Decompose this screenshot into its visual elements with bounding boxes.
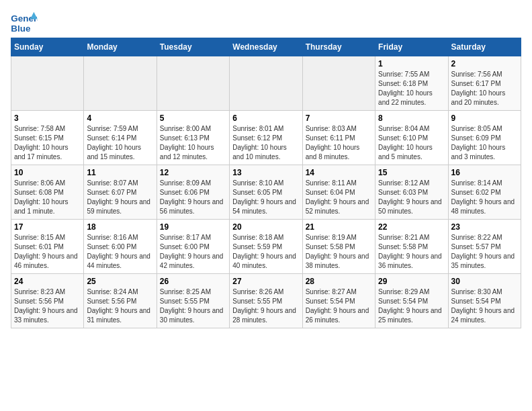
day-info: Sunrise: 7:59 AMSunset: 6:14 PMDaylight:… [87, 124, 153, 162]
day-cell: 9Sunrise: 8:05 AMSunset: 6:09 PMDaylight… [448, 111, 521, 165]
day-info: Sunrise: 8:26 AMSunset: 5:55 PMDaylight:… [232, 287, 299, 325]
header-day-wednesday: Wednesday [230, 38, 302, 56]
day-number: 6 [232, 113, 299, 123]
logo-icon: General Blue [11, 11, 38, 35]
day-cell: 15Sunrise: 8:12 AMSunset: 6:03 PMDayligh… [375, 165, 448, 220]
day-info: Sunrise: 7:55 AMSunset: 6:18 PMDaylight:… [378, 70, 445, 107]
day-info: Sunrise: 8:00 AMSunset: 6:13 PMDaylight:… [160, 124, 226, 162]
svg-text:Blue: Blue [11, 24, 31, 34]
day-cell: 14Sunrise: 8:11 AMSunset: 6:04 PMDayligh… [302, 165, 375, 220]
day-number: 4 [87, 113, 153, 123]
day-number: 22 [378, 222, 445, 232]
day-number: 8 [378, 113, 445, 123]
week-row-3: 10Sunrise: 8:06 AMSunset: 6:08 PMDayligh… [11, 165, 521, 220]
day-info: Sunrise: 8:17 AMSunset: 6:00 PMDaylight:… [160, 233, 226, 271]
calendar-table: SundayMondayTuesdayWednesdayThursdayFrid… [11, 38, 521, 328]
header-day-thursday: Thursday [302, 38, 375, 56]
day-number: 30 [451, 277, 518, 286]
day-number: 16 [451, 168, 518, 177]
week-row-2: 3Sunrise: 7:58 AMSunset: 6:15 PMDaylight… [11, 111, 521, 165]
day-info: Sunrise: 8:27 AMSunset: 5:54 PMDaylight:… [306, 287, 372, 325]
day-cell: 18Sunrise: 8:16 AMSunset: 6:00 PMDayligh… [84, 220, 157, 274]
day-number: 12 [160, 168, 226, 177]
day-cell [157, 56, 229, 111]
day-number: 23 [451, 222, 518, 232]
day-cell: 4Sunrise: 7:59 AMSunset: 6:14 PMDaylight… [84, 111, 157, 165]
day-info: Sunrise: 7:58 AMSunset: 6:15 PMDaylight:… [14, 124, 81, 162]
day-cell: 13Sunrise: 8:10 AMSunset: 6:05 PMDayligh… [230, 165, 302, 220]
day-number: 11 [87, 168, 153, 177]
day-cell: 19Sunrise: 8:17 AMSunset: 6:00 PMDayligh… [157, 220, 229, 274]
day-info: Sunrise: 8:24 AMSunset: 5:56 PMDaylight:… [87, 287, 153, 325]
day-info: Sunrise: 8:30 AMSunset: 5:54 PMDaylight:… [451, 287, 518, 325]
day-number: 18 [87, 222, 153, 232]
day-number: 15 [378, 168, 445, 177]
day-cell: 6Sunrise: 8:01 AMSunset: 6:12 PMDaylight… [230, 111, 302, 165]
week-row-5: 24Sunrise: 8:23 AMSunset: 5:56 PMDayligh… [11, 274, 521, 328]
header-day-tuesday: Tuesday [157, 38, 229, 56]
day-info: Sunrise: 8:14 AMSunset: 6:02 PMDaylight:… [451, 179, 518, 216]
day-info: Sunrise: 7:56 AMSunset: 6:17 PMDaylight:… [451, 70, 518, 107]
day-cell: 28Sunrise: 8:27 AMSunset: 5:54 PMDayligh… [302, 274, 375, 328]
day-info: Sunrise: 8:19 AMSunset: 5:58 PMDaylight:… [306, 233, 372, 271]
day-info: Sunrise: 8:04 AMSunset: 6:10 PMDaylight:… [378, 124, 445, 162]
day-info: Sunrise: 8:11 AMSunset: 6:04 PMDaylight:… [306, 179, 372, 216]
page-header: General Blue [11, 11, 521, 35]
day-number: 10 [14, 168, 81, 177]
day-info: Sunrise: 8:09 AMSunset: 6:06 PMDaylight:… [160, 179, 226, 216]
header-day-saturday: Saturday [448, 38, 521, 56]
day-info: Sunrise: 8:10 AMSunset: 6:05 PMDaylight:… [232, 179, 299, 216]
day-cell: 24Sunrise: 8:23 AMSunset: 5:56 PMDayligh… [11, 274, 84, 328]
day-cell: 7Sunrise: 8:03 AMSunset: 6:11 PMDaylight… [302, 111, 375, 165]
day-cell: 26Sunrise: 8:25 AMSunset: 5:55 PMDayligh… [157, 274, 229, 328]
day-info: Sunrise: 8:07 AMSunset: 6:07 PMDaylight:… [87, 179, 153, 216]
day-number: 3 [14, 113, 81, 123]
day-info: Sunrise: 8:22 AMSunset: 5:57 PMDaylight:… [451, 233, 518, 271]
day-info: Sunrise: 8:16 AMSunset: 6:00 PMDaylight:… [87, 233, 153, 271]
day-cell: 11Sunrise: 8:07 AMSunset: 6:07 PMDayligh… [84, 165, 157, 220]
day-info: Sunrise: 8:15 AMSunset: 6:01 PMDaylight:… [14, 233, 81, 271]
header-day-sunday: Sunday [11, 38, 84, 56]
day-cell [302, 56, 375, 111]
day-cell: 30Sunrise: 8:30 AMSunset: 5:54 PMDayligh… [448, 274, 521, 328]
day-cell: 8Sunrise: 8:04 AMSunset: 6:10 PMDaylight… [375, 111, 448, 165]
day-info: Sunrise: 8:12 AMSunset: 6:03 PMDaylight:… [378, 179, 445, 216]
day-cell: 20Sunrise: 8:18 AMSunset: 5:59 PMDayligh… [230, 220, 302, 274]
day-number: 28 [306, 277, 372, 286]
day-cell [11, 56, 84, 111]
day-cell: 5Sunrise: 8:00 AMSunset: 6:13 PMDaylight… [157, 111, 229, 165]
day-cell [84, 56, 157, 111]
day-number: 14 [306, 168, 372, 177]
day-cell: 2Sunrise: 7:56 AMSunset: 6:17 PMDaylight… [448, 56, 521, 111]
day-cell: 25Sunrise: 8:24 AMSunset: 5:56 PMDayligh… [84, 274, 157, 328]
day-cell [230, 56, 302, 111]
day-cell: 23Sunrise: 8:22 AMSunset: 5:57 PMDayligh… [448, 220, 521, 274]
day-number: 7 [306, 113, 372, 123]
day-cell: 1Sunrise: 7:55 AMSunset: 6:18 PMDaylight… [375, 56, 448, 111]
logo: General Blue [11, 11, 40, 35]
day-info: Sunrise: 8:01 AMSunset: 6:12 PMDaylight:… [232, 124, 299, 162]
day-cell: 27Sunrise: 8:26 AMSunset: 5:55 PMDayligh… [230, 274, 302, 328]
day-cell: 29Sunrise: 8:29 AMSunset: 5:54 PMDayligh… [375, 274, 448, 328]
day-cell: 12Sunrise: 8:09 AMSunset: 6:06 PMDayligh… [157, 165, 229, 220]
day-number: 5 [160, 113, 226, 123]
day-cell: 22Sunrise: 8:21 AMSunset: 5:58 PMDayligh… [375, 220, 448, 274]
week-row-4: 17Sunrise: 8:15 AMSunset: 6:01 PMDayligh… [11, 220, 521, 274]
day-number: 20 [232, 222, 299, 232]
day-number: 2 [451, 59, 518, 68]
day-info: Sunrise: 8:29 AMSunset: 5:54 PMDaylight:… [378, 287, 445, 325]
day-number: 13 [232, 168, 299, 177]
day-info: Sunrise: 8:03 AMSunset: 6:11 PMDaylight:… [306, 124, 372, 162]
day-number: 29 [378, 277, 445, 286]
header-day-friday: Friday [375, 38, 448, 56]
day-number: 24 [14, 277, 81, 286]
day-cell: 16Sunrise: 8:14 AMSunset: 6:02 PMDayligh… [448, 165, 521, 220]
day-info: Sunrise: 8:06 AMSunset: 6:08 PMDaylight:… [14, 179, 81, 216]
day-cell: 3Sunrise: 7:58 AMSunset: 6:15 PMDaylight… [11, 111, 84, 165]
day-number: 21 [306, 222, 372, 232]
day-info: Sunrise: 8:18 AMSunset: 5:59 PMDaylight:… [232, 233, 299, 271]
day-number: 26 [160, 277, 226, 286]
header-row: SundayMondayTuesdayWednesdayThursdayFrid… [11, 38, 521, 56]
day-cell: 10Sunrise: 8:06 AMSunset: 6:08 PMDayligh… [11, 165, 84, 220]
day-number: 1 [378, 59, 445, 68]
